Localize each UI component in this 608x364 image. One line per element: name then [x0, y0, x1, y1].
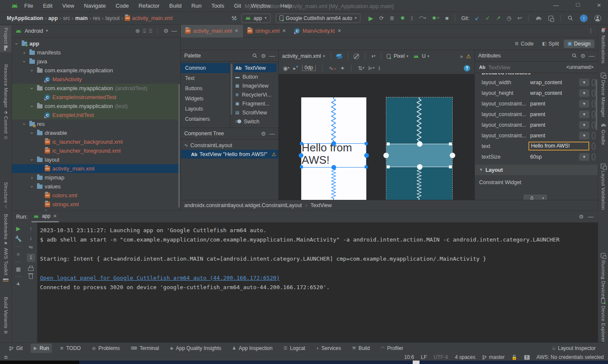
toolbar-layout-inspector[interactable]: ⍇Layout Inspector	[550, 344, 599, 353]
run-button[interactable]: ▶	[368, 15, 373, 21]
tree-row-instrumentedtest[interactable]: ›CExampleInstrumentedTest	[12, 93, 180, 102]
resource-picker-icon[interactable]	[592, 154, 595, 160]
run-tab-app[interactable]: app ✕	[31, 211, 58, 222]
git-push-button[interactable]: ↗	[496, 15, 501, 21]
caret-position[interactable]: 10:6	[404, 354, 414, 360]
toolwindow-preview-icon[interactable]: ⧉	[4, 355, 8, 360]
device-selector[interactable]: Google Cuttlefish arm64 auto ▾	[276, 14, 361, 23]
resize-handle[interactable]	[365, 165, 368, 168]
ide-update-button[interactable]: ↑	[580, 14, 588, 22]
git-update-button[interactable]: ↙	[475, 15, 480, 21]
stop-button[interactable]: ■	[17, 251, 20, 257]
menu-file[interactable]: File	[24, 3, 33, 9]
resize-handle[interactable]	[387, 165, 390, 168]
toolbar-app-quality-insights[interactable]: ◈App Quality Insights	[167, 344, 224, 353]
tree-row-package-test[interactable]: ›com.example.myapplication(test)	[12, 102, 180, 111]
menu-refactor[interactable]: Refactor	[139, 3, 160, 9]
run-console[interactable]: 2023-10-31 23:11:27: Launching app on 'G…	[37, 222, 598, 342]
aws-credentials-status[interactable]: AWS: No credentials selected	[537, 354, 604, 360]
gradle-sync-button[interactable]	[535, 15, 542, 21]
line-ending[interactable]: LF	[421, 354, 427, 360]
soft-wrap-button[interactable]: ⇋	[29, 245, 33, 250]
stripe-aws-toolkit[interactable]: AWS Toolkit aws	[0, 246, 11, 284]
guidelines-icon[interactable]: Ⅰ	[379, 65, 380, 71]
collapse-all-icon[interactable]: ⍐	[149, 28, 152, 34]
component-id[interactable]: <unnamed>	[566, 64, 594, 70]
hide-panel-icon[interactable]: —	[171, 28, 177, 34]
autoconnect-icon[interactable]: ▸●	[293, 65, 298, 71]
toolbar-problems[interactable]: ⊘Problems	[89, 344, 123, 353]
menu-build[interactable]: Build	[169, 3, 182, 9]
hide-panel-icon[interactable]: —	[588, 214, 594, 219]
tree-row-package-main[interactable]: ›com.example.myapplication	[12, 66, 180, 75]
stripe-device-explorer[interactable]: Device Explorer	[598, 296, 608, 344]
pack-icon[interactable]: ⇅▾	[358, 65, 364, 71]
tree-row-ic-launcher-foreground[interactable]: ›</>ic_launcher_foreground.xml	[12, 146, 180, 155]
git-commit-button[interactable]: ✓	[485, 15, 490, 21]
resource-picker-icon[interactable]	[592, 90, 595, 97]
menu-run[interactable]: Run	[191, 3, 202, 9]
project-view-selector[interactable]: Android	[25, 28, 43, 34]
dropdown-icon[interactable]: ▼	[579, 79, 589, 86]
breadcrumb-constraintlayout[interactable]: androidx.constraintlayout.widget.Constra…	[184, 202, 302, 208]
tab-options-icon[interactable]: ⋮	[588, 28, 594, 34]
constraint-anchor-left[interactable]	[299, 153, 303, 158]
constraint-anchor-bottom[interactable]	[331, 165, 336, 170]
stripe-bookmarks[interactable]: Bookmarks ⚑	[0, 212, 11, 248]
blueprint-preview-phone[interactable]	[386, 97, 452, 200]
menu-git[interactable]: Git	[234, 3, 241, 9]
stripe-structure[interactable]: Structure ⠪	[0, 180, 11, 211]
clear-constraints-icon[interactable]: ∿✕	[329, 65, 337, 71]
component-row-textview[interactable]: Ab TextView "Hello from AWS!" ⚠	[181, 150, 278, 159]
dropdown-icon[interactable]: ▼	[579, 111, 589, 118]
toolbar-logcat[interactable]: ☰Logcat	[280, 344, 308, 353]
resize-handle[interactable]	[387, 142, 390, 145]
indent-setting[interactable]: 4 spaces	[455, 354, 475, 360]
constraint-anchor-right[interactable]	[450, 153, 455, 158]
file-encoding[interactable]: UTF-8	[434, 354, 448, 360]
default-margin-selector[interactable]: 0dp	[302, 65, 316, 71]
category-layouts[interactable]: Layouts	[181, 104, 230, 114]
constraint-anchor-bottom[interactable]	[417, 164, 422, 170]
layout-section-header[interactable]: ▼Layout	[475, 165, 598, 175]
tree-row-strings[interactable]: ›</>strings.xml	[12, 200, 180, 209]
align-icon[interactable]: ⊫▾	[368, 65, 374, 71]
constraint-anchor-top[interactable]	[331, 141, 336, 146]
constraint-margin-dropdown[interactable]: 0 ▼	[524, 195, 547, 200]
constraint-anchor-top[interactable]	[417, 141, 422, 147]
stripe-gradle[interactable]: Gradle	[598, 120, 608, 147]
readonly-lock-icon[interactable]: 🔓	[511, 355, 517, 360]
tab-strings-xml[interactable]: </> strings.xml ✕	[243, 25, 291, 37]
resize-handle[interactable]	[365, 142, 368, 145]
up-stack-trace-button[interactable]: ↑	[29, 226, 32, 231]
breadcrumb-res[interactable]: res	[93, 15, 100, 21]
toolbar-services[interactable]: ◗Services	[313, 344, 344, 353]
mode-split[interactable]: ◧Split	[538, 40, 563, 48]
dropdown-icon[interactable]: ▼	[579, 153, 589, 161]
gear-icon[interactable]: ⚙	[579, 214, 584, 219]
design-warning-icon[interactable]: ⚠	[466, 53, 471, 60]
tree-row-res[interactable]: ›res	[12, 119, 180, 128]
open-logcat-link[interactable]: Open logcat panel for Google Cuttlefish …	[40, 273, 598, 283]
hide-panel-icon[interactable]: —	[269, 53, 275, 59]
tree-row-java[interactable]: ›java	[12, 57, 180, 66]
git-rollback-button[interactable]: ↩	[517, 15, 522, 21]
resize-handle[interactable]	[300, 165, 303, 168]
locate-file-icon[interactable]: ⊕	[135, 28, 140, 34]
palette-item-scrollview[interactable]: ▤ScrollView	[234, 108, 278, 117]
pin-button[interactable]: ➤	[15, 281, 22, 287]
hide-panel-icon[interactable]: —	[589, 53, 594, 59]
gear-icon[interactable]: ⚙	[261, 53, 266, 59]
category-text[interactable]: Text	[181, 73, 230, 83]
stripe-device-manager[interactable]: Device Manager	[598, 71, 608, 119]
close-icon[interactable]: ✕	[337, 28, 341, 34]
breadcrumb-main[interactable]: main	[75, 15, 88, 21]
design-preview-phone[interactable]: Hello from AWS!	[301, 97, 366, 200]
help-icon[interactable]: ?	[464, 65, 470, 71]
tree-row-values[interactable]: ›values	[12, 182, 180, 191]
category-buttons[interactable]: Buttons	[181, 83, 230, 94]
blueprint-textview-box[interactable]	[386, 144, 452, 167]
breadcrumb-src[interactable]: src	[63, 15, 70, 21]
down-stack-trace-button[interactable]: ↓	[29, 235, 32, 241]
minimize-button[interactable]: —	[552, 3, 560, 8]
